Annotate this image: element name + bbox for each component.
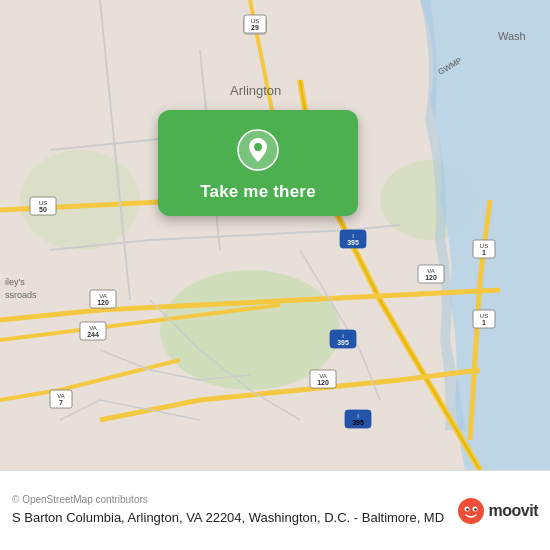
svg-text:244: 244 [87,331,99,338]
moovit-logo: moovit [457,497,538,525]
location-card[interactable]: Take me there [158,110,358,216]
svg-point-53 [466,508,468,510]
moovit-brand-text: moovit [489,502,538,520]
map-pin-icon [236,128,280,172]
svg-text:29: 29 [251,24,259,31]
svg-text:7: 7 [59,399,63,406]
svg-text:Arlington: Arlington [230,83,281,98]
moovit-face-icon [457,497,485,525]
address-text: S Barton Columbia, Arlington, VA 22204, … [12,509,449,527]
address-block: © OpenStreetMap contributors S Barton Co… [12,494,449,527]
svg-text:Wash: Wash [498,30,526,42]
svg-text:120: 120 [425,274,437,281]
take-me-there-button[interactable]: Take me there [200,182,316,202]
svg-point-50 [458,498,484,524]
map-container: Arlington US 29 US 29 VA 120 VA 120 VA 1… [0,0,550,470]
svg-text:iley's: iley's [5,277,25,287]
svg-text:120: 120 [97,299,109,306]
svg-point-49 [254,143,262,151]
info-bar: © OpenStreetMap contributors S Barton Co… [0,470,550,550]
svg-text:50: 50 [39,206,47,213]
copyright-text: © OpenStreetMap contributors [12,494,449,505]
svg-text:1: 1 [482,319,486,326]
svg-text:395: 395 [337,339,349,346]
svg-text:395: 395 [347,239,359,246]
svg-text:395: 395 [352,419,364,426]
svg-text:120: 120 [317,379,329,386]
svg-text:ssroads: ssroads [5,290,37,300]
svg-text:1: 1 [482,249,486,256]
svg-point-54 [474,508,476,510]
